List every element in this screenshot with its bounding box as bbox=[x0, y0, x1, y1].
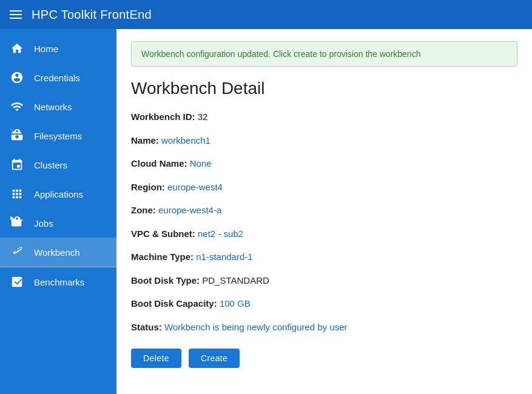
sidebar-label-applications: Applications bbox=[34, 189, 83, 199]
detail-label: Machine Type: bbox=[131, 252, 196, 262]
sidebar-label-credentials: Credentials bbox=[34, 73, 80, 83]
sidebar-label-benchmarks: Benchmarks bbox=[34, 277, 84, 287]
detail-row: Cloud Name: None bbox=[131, 157, 517, 171]
sidebar-label-filesystems: Filesystems bbox=[34, 131, 82, 141]
workbench-icon bbox=[10, 245, 24, 259]
benchmarks-icon bbox=[10, 275, 24, 289]
detail-label: Cloud Name: bbox=[131, 158, 190, 169]
sidebar-item-jobs[interactable]: Jobs bbox=[0, 209, 116, 238]
menu-icon[interactable] bbox=[10, 10, 22, 19]
detail-label: Boot Disk Type: bbox=[131, 275, 202, 285]
detail-value: Workbench is being newly configured by u… bbox=[164, 322, 348, 332]
detail-value: 100 GB bbox=[220, 298, 251, 309]
detail-label: Name: bbox=[131, 135, 161, 145]
page-title: Workbench Detail bbox=[131, 79, 517, 98]
jobs-icon bbox=[10, 216, 24, 230]
detail-label: Status: bbox=[131, 322, 164, 332]
app-title: HPC Toolkit FrontEnd bbox=[32, 8, 152, 22]
detail-row: Zone: europe-west4-a bbox=[131, 204, 517, 218]
detail-label: VPC & Subnet: bbox=[131, 229, 198, 239]
create-button[interactable]: Create bbox=[189, 349, 240, 368]
detail-label: Boot Disk Capacity: bbox=[131, 298, 220, 309]
topbar: HPC Toolkit FrontEnd bbox=[0, 0, 532, 29]
detail-value: net2 - sub2 bbox=[198, 229, 243, 239]
detail-label: Region: bbox=[131, 182, 167, 192]
detail-row: Boot Disk Capacity: 100 GB bbox=[131, 297, 517, 311]
detail-value: 32 bbox=[198, 112, 208, 122]
alert-banner: Workbench configuration updated. Click c… bbox=[131, 41, 517, 67]
content-area: Workbench configuration updated. Click c… bbox=[116, 29, 532, 394]
sidebar-item-applications[interactable]: Applications bbox=[0, 179, 116, 209]
main-layout: Home Credentials Networks Filesystems bbox=[0, 29, 532, 394]
sidebar-label-workbench: Workbench bbox=[34, 247, 80, 258]
sidebar-item-workbench[interactable]: Workbench bbox=[0, 238, 116, 267]
alert-message: Workbench configuration updated. Click c… bbox=[141, 49, 420, 59]
sidebar-item-credentials[interactable]: Credentials bbox=[0, 63, 116, 92]
detail-value: None bbox=[190, 158, 212, 169]
detail-label: Zone: bbox=[131, 205, 158, 215]
detail-label: Workbench ID: bbox=[131, 112, 198, 122]
detail-fields: Workbench ID: 32Name: workbench1Cloud Na… bbox=[131, 110, 517, 334]
sidebar-label-home: Home bbox=[34, 44, 58, 54]
detail-row: Machine Type: n1-standard-1 bbox=[131, 250, 517, 264]
detail-row: Name: workbench1 bbox=[131, 134, 517, 148]
filesystems-icon bbox=[10, 129, 24, 143]
detail-row: Boot Disk Type: PD_STANDARD bbox=[131, 274, 517, 288]
sidebar: Home Credentials Networks Filesystems bbox=[0, 29, 116, 394]
detail-row: Status: Workbench is being newly configu… bbox=[131, 321, 517, 335]
home-icon bbox=[10, 41, 24, 56]
applications-icon bbox=[10, 187, 24, 201]
detail-value: europe-west4 bbox=[167, 182, 223, 192]
sidebar-item-filesystems[interactable]: Filesystems bbox=[0, 121, 116, 150]
delete-button[interactable]: Delete bbox=[131, 349, 181, 368]
sidebar-item-networks[interactable]: Networks bbox=[0, 92, 116, 121]
detail-row: Workbench ID: 32 bbox=[131, 110, 517, 124]
credentials-icon bbox=[10, 70, 24, 85]
detail-value: europe-west4-a bbox=[158, 205, 221, 215]
sidebar-label-jobs: Jobs bbox=[34, 218, 53, 229]
detail-value: n1-standard-1 bbox=[196, 252, 252, 262]
sidebar-item-home[interactable]: Home bbox=[0, 34, 116, 63]
networks-icon bbox=[10, 99, 24, 114]
sidebar-item-benchmarks[interactable]: Benchmarks bbox=[0, 267, 116, 296]
detail-value: workbench1 bbox=[161, 135, 210, 145]
sidebar-item-clusters[interactable]: Clusters bbox=[0, 150, 116, 179]
sidebar-label-clusters: Clusters bbox=[34, 160, 67, 170]
sidebar-label-networks: Networks bbox=[34, 102, 72, 112]
detail-row: VPC & Subnet: net2 - sub2 bbox=[131, 227, 517, 241]
action-buttons: Delete Create bbox=[131, 349, 517, 368]
detail-value: PD_STANDARD bbox=[202, 275, 269, 285]
detail-row: Region: europe-west4 bbox=[131, 181, 517, 195]
clusters-icon bbox=[10, 158, 24, 172]
